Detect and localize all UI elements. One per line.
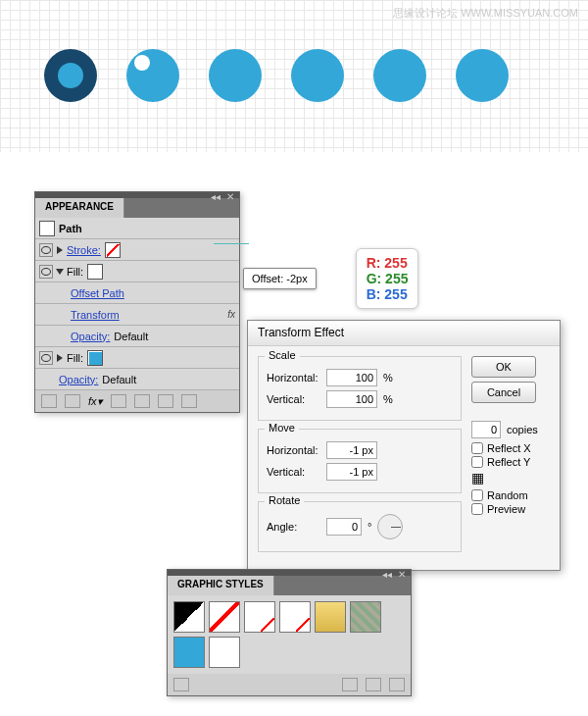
fill-swatch-white[interactable] — [87, 264, 103, 280]
fill-label: Fill: — [67, 352, 83, 364]
new-style-icon[interactable] — [366, 678, 381, 691]
collapse-icon[interactable] — [56, 269, 64, 275]
preview-check[interactable] — [471, 503, 483, 515]
opacity-row-2[interactable]: Opacity:Default — [35, 369, 239, 390]
reflect-y-label: Reflect Y — [487, 456, 530, 468]
eye-icon[interactable] — [39, 351, 53, 365]
panel-collapse-icon[interactable]: ◂◂ — [381, 569, 392, 580]
trash-icon[interactable] — [389, 678, 405, 691]
circle-5 — [373, 49, 426, 102]
opacity-row-1[interactable]: Opacity:Default — [35, 326, 239, 347]
footer-btn[interactable] — [111, 394, 126, 408]
offset-path-row[interactable]: Offset Path — [35, 282, 239, 304]
watermark: 思缘设计论坛 WWW.MISSYUAN.COM — [393, 6, 578, 21]
reflect-x-check[interactable] — [471, 442, 483, 454]
rgb-b: B: 255 — [367, 286, 409, 302]
deg: ° — [368, 521, 371, 533]
circle-highlight — [126, 49, 179, 102]
reference-point-icon[interactable]: ▦ — [471, 470, 550, 480]
transform-link[interactable]: Transform — [71, 309, 120, 321]
eye-icon[interactable] — [39, 265, 53, 279]
preview-label: Preview — [487, 503, 525, 515]
path-row[interactable]: Path — [35, 218, 239, 239]
expand-icon[interactable] — [57, 246, 63, 254]
style-gold[interactable] — [315, 601, 346, 633]
random-check[interactable] — [471, 489, 483, 501]
move-h-input[interactable] — [326, 441, 377, 459]
opacity-value: Default — [114, 331, 148, 342]
break-link-icon[interactable] — [342, 678, 358, 691]
fill-swatch-blue[interactable] — [87, 350, 103, 366]
v-label: Vertical: — [267, 393, 320, 405]
offset-path-link[interactable]: Offset Path — [71, 287, 124, 299]
rotate-label: Rotate — [265, 494, 304, 506]
style-default[interactable] — [173, 601, 205, 633]
new-icon[interactable] — [158, 394, 173, 408]
panel-collapse-icon[interactable]: ◂◂ — [210, 191, 220, 202]
style-blue[interactable] — [173, 637, 205, 668]
style-camo[interactable] — [350, 601, 381, 633]
v-label: Vertical: — [267, 466, 320, 478]
fill-row-1[interactable]: Fill: — [35, 261, 239, 282]
h-label: Horizontal: — [267, 444, 320, 456]
graphic-styles-tab[interactable]: GRAPHIC STYLES — [168, 576, 274, 595]
opacity-value: Default — [102, 374, 136, 385]
dialog-title: Transform Effect — [248, 321, 560, 346]
fill-label: Fill: — [67, 266, 83, 278]
circle-6 — [456, 49, 509, 102]
random-label: Random — [487, 489, 528, 501]
appearance-panel: ◂◂✕ APPEARANCE Path Stroke: Fill: Offset… — [34, 191, 240, 413]
connector-line — [214, 243, 249, 244]
ok-button[interactable]: OK — [471, 356, 536, 378]
scale-group: Scale Horizontal:% Vertical:% — [258, 356, 462, 421]
opacity-label: Opacity: — [59, 374, 98, 385]
stroke-label: Stroke: — [67, 244, 101, 256]
style-corner2[interactable] — [279, 601, 311, 633]
move-label: Move — [265, 422, 299, 434]
copies-input[interactable] — [471, 421, 501, 438]
panel-close-icon[interactable]: ✕ — [396, 569, 407, 580]
pct: % — [383, 393, 393, 405]
expand-icon[interactable] — [57, 354, 63, 362]
fill-row-2[interactable]: Fill: — [35, 347, 239, 369]
footer-btn[interactable] — [41, 394, 57, 408]
appearance-tab[interactable]: APPEARANCE — [35, 198, 124, 218]
panel-close-icon[interactable]: ✕ — [224, 191, 235, 202]
gs-footer — [168, 674, 411, 695]
style-white[interactable] — [209, 637, 240, 668]
footer-btn[interactable] — [65, 394, 80, 408]
callout: Offset: -2px R: 255 G: 255 B: 255 — [243, 248, 418, 309]
style-corner[interactable] — [244, 601, 275, 633]
circle-3 — [209, 49, 262, 102]
h-label: Horizontal: — [267, 372, 320, 384]
opacity-label: Opacity: — [71, 331, 110, 342]
scale-v-input[interactable] — [326, 390, 377, 408]
transform-row[interactable]: Transformfx — [35, 304, 239, 326]
offset-tooltip: Offset: -2px — [243, 268, 317, 289]
angle-label: Angle: — [267, 521, 320, 533]
move-group: Move Horizontal: Vertical: — [258, 429, 462, 493]
stroke-row[interactable]: Stroke: — [35, 239, 239, 261]
reflect-y-check[interactable] — [471, 456, 483, 468]
pct: % — [383, 372, 393, 384]
copies-label: copies — [507, 424, 538, 435]
angle-input[interactable] — [326, 518, 362, 536]
scale-h-input[interactable] — [326, 369, 377, 386]
stroke-swatch[interactable] — [105, 242, 121, 258]
style-none[interactable] — [209, 601, 240, 633]
eye-icon[interactable] — [39, 243, 53, 257]
footer-btn[interactable] — [173, 678, 189, 691]
artboard — [0, 0, 588, 152]
path-label: Path — [59, 223, 82, 234]
trash-icon[interactable] — [181, 394, 197, 408]
fx-menu-icon[interactable]: fx▾ — [88, 395, 103, 408]
graphic-styles-panel: ◂◂✕ GRAPHIC STYLES — [167, 569, 412, 696]
cancel-button[interactable]: Cancel — [471, 382, 536, 403]
move-v-input[interactable] — [326, 463, 377, 481]
fx-icon[interactable]: fx — [227, 309, 235, 320]
footer-btn[interactable] — [134, 394, 150, 408]
angle-dial[interactable] — [377, 514, 403, 539]
scale-label: Scale — [265, 349, 300, 361]
rgb-readout: R: 255 G: 255 B: 255 — [356, 248, 419, 309]
panel-footer: fx▾ — [35, 390, 239, 412]
